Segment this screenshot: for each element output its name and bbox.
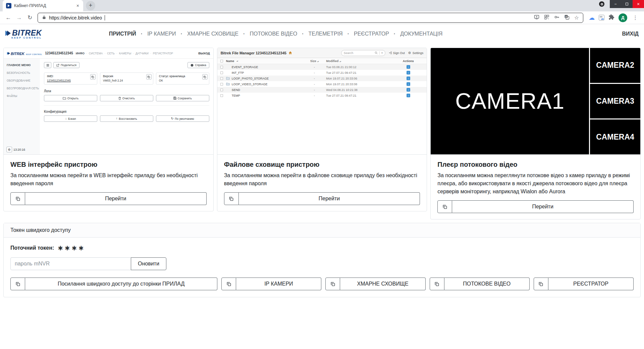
token-mask-value: ∗∗∗∗	[57, 244, 85, 251]
copy-icon	[442, 204, 447, 209]
site-favicon-icon	[6, 3, 11, 8]
mini-device-id: 123451234512345	[45, 51, 73, 55]
download-action-icon: ↓	[407, 71, 410, 74]
nav-item-device[interactable]: ПРИСТРІЙ	[109, 31, 136, 37]
storage-go-button[interactable]: Перейти	[239, 192, 420, 205]
player-go-button[interactable]: Перейти	[452, 200, 634, 213]
mini-config-label: Конфигурация	[44, 110, 209, 113]
copy-icon	[538, 282, 543, 287]
copy-link-button[interactable]	[437, 200, 452, 213]
logo-chevron-icon	[7, 31, 11, 36]
extensions-puzzle-icon[interactable]	[608, 14, 614, 21]
reset-icon: ↻	[171, 117, 174, 120]
nav-item-stream-video[interactable]: ПОТОКОВЕ ВІДЕО	[238, 31, 297, 37]
update-token-button[interactable]: Оновити	[131, 257, 166, 270]
storage-preview-link[interactable]: Bitrek File Manager 123451234512345 Sear…	[217, 48, 427, 155]
new-tab-button[interactable]: +	[86, 1, 95, 10]
url-text: https://device.bitrek.video	[49, 15, 102, 20]
device-web-interface-card: BITREK KEEP CONTROL 123451234512345 ИНФО…	[3, 48, 214, 211]
copy-icon	[229, 196, 234, 201]
forward-button[interactable]: →	[14, 13, 24, 23]
qr-code-icon[interactable]	[544, 14, 549, 21]
file-table-row: EVENT_STORAGE - Tue 03.08.21 21:00:12 ↓	[217, 64, 427, 70]
player-card-body: Плеєр потокового відео За посиланням мож…	[431, 155, 640, 196]
copy-icon	[146, 74, 152, 80]
copy-icon	[330, 282, 335, 287]
gear-icon: ⚙	[6, 147, 12, 152]
browser-chrome: Кабінет-ПРИЛАД × + − × ← → ↻ https://dev…	[0, 0, 644, 24]
folder-icon	[226, 77, 230, 80]
device-card-body: WEB інтерфейс пристрою За посиланням мож…	[4, 155, 213, 188]
device-go-button[interactable]: Перейти	[25, 192, 207, 205]
checkbox	[220, 94, 223, 97]
storage-card-description: За посиланням можна перейти в файлове сх…	[224, 171, 420, 188]
reload-button[interactable]: ↻	[25, 13, 35, 23]
file-table-row: LOOP_VIDEO_STORAGE - Mon 19.07.21 20:33:…	[217, 81, 427, 87]
browser-menu-icon[interactable]: ⋮	[631, 14, 639, 21]
logout-button[interactable]: ВИХІД	[622, 31, 639, 37]
translate-icon[interactable]: A	[564, 14, 570, 21]
player-preview-link[interactable]: CAMERA1 CAMERA2 CAMERA3 CAMERA4	[431, 48, 640, 155]
storage-card-body: Файлове сховище пристрою За посиланням м…	[217, 155, 427, 188]
device-preview-link[interactable]: BITREK KEEP CONTROL 123451234512345 ИНФО…	[4, 48, 213, 155]
back-button[interactable]: ←	[3, 13, 13, 23]
copy-link-button[interactable]	[325, 278, 340, 290]
checkbox	[220, 66, 223, 68]
translate-uk-extension-icon[interactable]: uk	[599, 15, 604, 20]
install-app-icon[interactable]	[534, 14, 539, 21]
folder-open-icon	[63, 97, 66, 100]
mini-logs-label: Логи	[44, 89, 209, 93]
cloud-extension-icon[interactable]: ☁	[589, 14, 595, 21]
quick-link-device-button[interactable]: Посилання швидкого доступу до сторінки П…	[25, 278, 217, 290]
copy-link-button[interactable]	[534, 278, 548, 290]
nav-item-documentation[interactable]: ДОКУМЕНТАЦІЯ	[389, 31, 443, 37]
window-minimize-button[interactable]: −	[610, 0, 621, 8]
mini-share-button: Поделиться	[53, 62, 79, 68]
copy-link-button[interactable]	[430, 278, 444, 290]
gear-icon: ⚙	[408, 51, 411, 55]
address-bar[interactable]: https://device.bitrek.video A ☆	[38, 13, 583, 23]
tab-close-icon[interactable]: ×	[75, 3, 80, 8]
checkbox	[220, 89, 223, 91]
copy-link-button[interactable]	[224, 192, 239, 205]
chevron-down-icon: ▾	[381, 52, 383, 54]
password-key-icon[interactable]	[554, 14, 559, 21]
token-password-input[interactable]	[10, 257, 131, 270]
mini-config-default-button: ↻ По умолчанию	[156, 115, 209, 122]
toolbar-right-icons: ☁ uk Д ⋮	[586, 13, 641, 22]
stream-player-card: CAMERA1 CAMERA2 CAMERA3 CAMERA4 Плеєр по…	[430, 48, 641, 219]
logo-tagline: KEEP CONTROL	[5, 36, 42, 39]
copy-link-button[interactable]	[10, 192, 25, 205]
nav-item-telemetry[interactable]: ТЕЛЕМЕТРІЯ	[297, 31, 342, 37]
quick-link-ip-cameras-button[interactable]: IP КАМЕРИ	[236, 278, 321, 290]
quick-link-recorder-button[interactable]: РЕЄСТРАТОР	[548, 278, 634, 290]
window-close-button[interactable]: ×	[633, 0, 644, 8]
record-indicator-icon[interactable]	[599, 1, 604, 7]
sort-icon: ▴▾	[339, 60, 341, 62]
copy-link-button[interactable]	[221, 278, 236, 290]
window-maximize-button[interactable]	[621, 0, 633, 8]
sign-out-icon	[389, 51, 392, 54]
camera2-view: CAMERA2	[590, 48, 640, 83]
camera1-view: CAMERA1	[431, 48, 589, 154]
nav-item-ip-cameras[interactable]: IP КАМЕРИ	[136, 31, 176, 37]
bookmark-star-icon[interactable]: ☆	[574, 14, 579, 21]
folder-icon	[226, 83, 230, 86]
file-table-row: INT_FTP - Tue 27.07.21 09:47:21 ↓	[217, 70, 427, 76]
mini-logs-clear-button: Очистить	[100, 95, 153, 101]
copy-link-button[interactable]	[10, 278, 25, 290]
file-table-header: Name▴▾ Size▴▾ Modified▴▾ Actions	[217, 58, 427, 64]
quick-link-cloud-storage-button[interactable]: ХМАРНЕ СХОВИЩЕ	[340, 278, 425, 290]
file-table-row: TEMP - Tue 27.07.21 09:47:21 ↓	[217, 93, 427, 98]
bitrek-logo[interactable]: BITREK KEEP CONTROL	[5, 29, 42, 39]
checkbox	[220, 83, 223, 86]
profile-avatar[interactable]: Д	[619, 13, 627, 22]
main-nav: ПРИСТРІЙ IP КАМЕРИ ХМАРНЕ СХОВИЩЕ ПОТОКО…	[109, 31, 443, 37]
current-token-label: Поточний токен:	[10, 245, 54, 251]
browser-tab[interactable]: Кабінет-ПРИЛАД ×	[3, 0, 83, 11]
nav-item-recorder[interactable]: РЕЄСТРАТОР	[343, 31, 389, 37]
copy-icon	[90, 74, 96, 80]
cards-row: BITREK KEEP CONTROL 123451234512345 ИНФО…	[0, 44, 644, 219]
quick-link-stream-video-button[interactable]: ПОТОКОВЕ ВІДЕО	[444, 278, 530, 290]
nav-item-cloud-storage[interactable]: ХМАРНЕ СХОВИЩЕ	[176, 31, 238, 37]
